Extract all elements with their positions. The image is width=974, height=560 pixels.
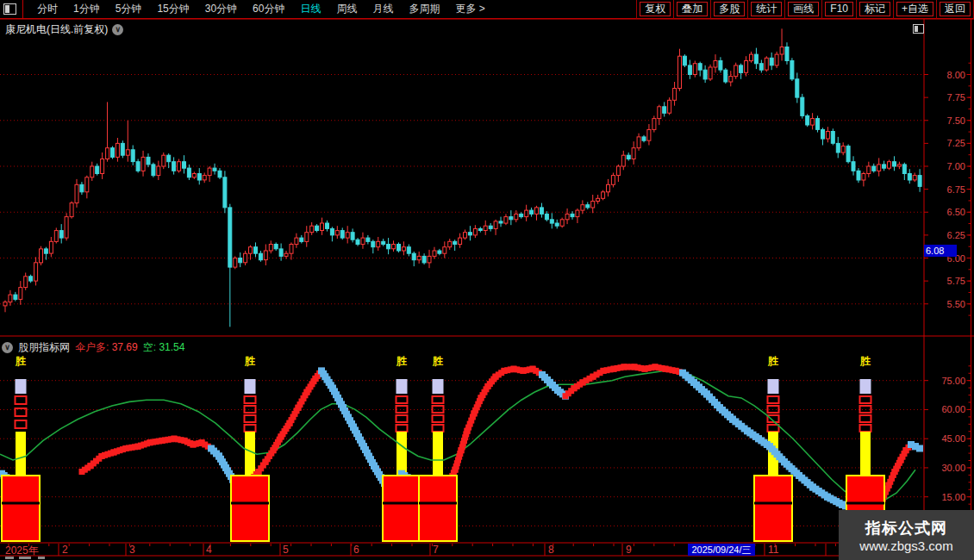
candle-up [335, 231, 339, 235]
candle-down [663, 107, 666, 114]
candle-down [279, 249, 283, 257]
watermark: 指标公式网 www.zbgs3.com [839, 510, 974, 560]
fuquan-button[interactable]: 复权 [640, 2, 671, 16]
tab-multiperiod[interactable]: 多周期 [409, 2, 440, 16]
signal-marker [396, 379, 408, 394]
candle-down [719, 61, 722, 71]
back-button[interactable]: 返回 [940, 2, 971, 16]
candle-down [883, 165, 886, 168]
watermark-url: www.zbgs3.com [859, 538, 952, 553]
win-label: 胜 [859, 355, 871, 367]
candle-down [300, 238, 303, 241]
candle-down [197, 174, 201, 181]
candle-up [811, 119, 815, 126]
candle-down [796, 79, 799, 97]
hollow-signal-box [396, 406, 408, 413]
candle-up [464, 233, 467, 238]
candle-up [126, 150, 129, 155]
candle-down [627, 155, 630, 159]
bull-label: 伞户多: [75, 341, 109, 353]
candle-up [560, 220, 564, 226]
candle-down [724, 70, 727, 82]
tab-15min[interactable]: 15分钟 [157, 2, 189, 16]
f10-button[interactable]: F10 [825, 2, 853, 16]
candle-up [91, 166, 94, 177]
candle-down [407, 247, 410, 254]
candle-up [750, 54, 753, 61]
tab-monthly[interactable]: 月线 [372, 2, 393, 16]
candle-up [765, 58, 768, 70]
candle-up [284, 253, 288, 256]
candle-down [852, 162, 855, 171]
signal-boxes [2, 476, 884, 541]
candle-up [141, 157, 145, 171]
clipped-row-fragment [19, 557, 31, 559]
drawline-button[interactable]: 画线 [788, 2, 819, 16]
signal-marker [768, 379, 779, 394]
signal-big-box [2, 476, 40, 541]
candle-up [565, 214, 569, 219]
signal-bar [16, 432, 26, 476]
tab-30min[interactable]: 30分钟 [205, 2, 237, 16]
add-favorite-button[interactable]: +自选 [896, 2, 933, 16]
tab-daily[interactable]: 日线 [300, 2, 321, 16]
signal-marker [860, 379, 871, 394]
candle-down [387, 245, 390, 249]
candle-up [377, 241, 380, 246]
bull-value: 37.69 [112, 341, 138, 353]
candle-up [234, 258, 237, 268]
hollow-signal-box [860, 425, 871, 432]
candle-down [213, 168, 216, 171]
candle-up [417, 256, 421, 259]
hollow-signal-box [433, 396, 444, 403]
signal-big-box [754, 476, 792, 541]
candle-down [183, 162, 186, 169]
candle-down [371, 241, 375, 246]
candle-down [545, 214, 548, 219]
bear-label: 空: [143, 341, 156, 353]
tab-fenshi[interactable]: 分时 [37, 2, 58, 16]
candle-down [857, 171, 860, 180]
tab-5min[interactable]: 5分钟 [116, 2, 142, 16]
candle-down [821, 129, 825, 139]
candle-up [310, 226, 314, 233]
stats-button[interactable]: 统计 [751, 2, 782, 16]
tab-weekly[interactable]: 周线 [336, 2, 357, 16]
candle-up [162, 155, 165, 166]
pane-toggle-icon[interactable] [913, 24, 924, 34]
candle-down [382, 241, 385, 244]
win-label: 胜 [244, 355, 255, 367]
tab-more[interactable]: 更多 > [455, 2, 484, 16]
overlay-button[interactable]: 叠加 [677, 2, 708, 16]
candle-down [167, 155, 171, 162]
candle-up [244, 253, 247, 263]
candle-down [412, 253, 415, 260]
candle-down [239, 258, 242, 263]
hollow-signal-box [396, 415, 408, 422]
hollow-signal-box [768, 396, 779, 403]
multistock-button[interactable]: 多股 [714, 2, 745, 16]
candle-up [295, 238, 298, 245]
tab-60min[interactable]: 60分钟 [253, 2, 284, 16]
tab-1min[interactable]: 1分钟 [73, 2, 100, 16]
candle-up [658, 107, 661, 119]
mark-button[interactable]: 标记 [859, 2, 890, 16]
title-chevron-down-icon[interactable]: ∨ [112, 24, 123, 35]
candle-up [616, 166, 620, 176]
candle-up [709, 67, 712, 79]
candle-up [203, 176, 206, 180]
hollow-signal-box [433, 425, 444, 432]
signal-bar [860, 432, 871, 476]
signal-columns: 胜胜胜胜胜胜 [15, 355, 871, 476]
candle-down [586, 205, 590, 208]
candle-up [208, 168, 211, 176]
signal-big-box [383, 476, 421, 541]
signal-bar [245, 432, 255, 476]
toolbar-right-group: 复权 叠加 多股 统计 画线 F10 标记 +自选 返回 [636, 0, 974, 19]
candle-down [908, 174, 911, 181]
indicator-chevron-down-icon[interactable]: ∨ [2, 342, 13, 353]
candle-down [571, 214, 574, 216]
split-window-icon[interactable] [3, 3, 16, 15]
stock-title: 康尼机电(日线.前复权) ∨ [5, 22, 123, 37]
candle-up [867, 166, 871, 174]
